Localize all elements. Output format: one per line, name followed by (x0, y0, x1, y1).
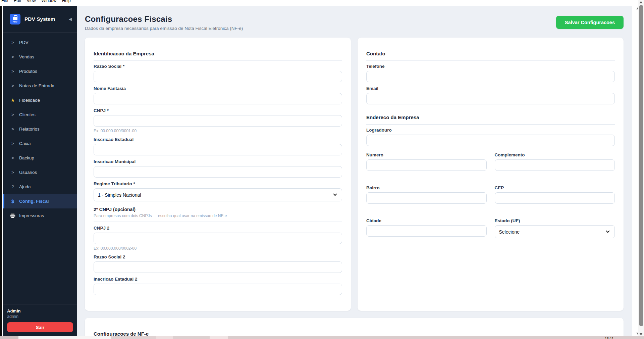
section-title-endereco: Endereco da Empresa (366, 114, 615, 125)
sidebar-item-config-fiscal[interactable]: Config. Fiscal (3, 194, 77, 208)
telefone-input[interactable] (366, 71, 615, 82)
regime-tributario-label: Regime Tributario * (94, 181, 342, 186)
sidebar-item-impressoras[interactable]: Impressoras (3, 208, 77, 223)
regime-tributario-select[interactable]: 1 - Simples Nacional (94, 188, 342, 201)
sidebar-item-relatorios[interactable]: Relatorios (3, 122, 77, 136)
cards-row: Identificacao da Empresa Razao Social * … (85, 38, 624, 311)
razao-social-input[interactable] (94, 71, 342, 82)
nome-fantasia-input[interactable] (94, 93, 342, 104)
inscricao-municipal-input[interactable] (94, 166, 342, 178)
taskbar-segment (173, 336, 210, 339)
complemento-input[interactable] (495, 159, 615, 171)
cnpj-field: CNPJ * Ex: 00.000.000/0001-00 (94, 108, 342, 133)
taskbar-segment (111, 336, 156, 339)
regime-tributario-field: Regime Tributario * 1 - Simples Nacional (94, 181, 342, 201)
inscricao-municipal-field: Inscricao Municipal (94, 159, 342, 178)
inscricao-estadual-input[interactable] (94, 144, 342, 155)
bairro-label: Bairro (366, 185, 487, 190)
chevron-right-icon (10, 54, 16, 59)
second-cnpj-subsection: 2º CNPJ (opcional) Para empresas com doi… (94, 207, 342, 222)
sidebar-item-clientes[interactable]: Clientes (3, 107, 77, 122)
cidade-input[interactable] (366, 225, 487, 237)
bairro-field: Bairro (366, 183, 487, 204)
sidebar-item-fidelidade[interactable]: Fidelidade (3, 93, 77, 107)
chevron-right-icon (10, 40, 16, 45)
sidebar-item-caixa[interactable]: Caixa (3, 136, 77, 151)
taskbar-segment (210, 336, 228, 339)
telefone-label: Telefone (366, 64, 615, 69)
nome-fantasia-label: Nome Fantasia (94, 86, 342, 91)
menu-file[interactable]: File (1, 0, 8, 4)
estado-field: Estado (UF) Selecione (495, 215, 615, 238)
app-logo: PDV (10, 14, 20, 25)
chevron-right-icon (10, 141, 16, 146)
page-title: Configuracoes Fiscais (85, 14, 624, 24)
cnpj2-field: CNPJ 2 Ex: 00.000.000/0002-00 (94, 226, 342, 251)
email-input[interactable] (366, 93, 615, 104)
sidebar-item-backup[interactable]: Backup (3, 151, 77, 165)
menu-window[interactable]: Window (42, 0, 56, 4)
menu-help[interactable]: Help (62, 0, 71, 4)
star-icon (10, 98, 16, 103)
cnpj2-hint: Ex: 00.000.000/0002-00 (94, 246, 342, 251)
sidebar-item-ajuda[interactable]: Ajuda (3, 180, 77, 194)
inscricao-estadual2-input[interactable] (94, 284, 342, 295)
taskbar-strip: 13:11 (0, 336, 644, 339)
cnpj2-label: CNPJ 2 (94, 226, 342, 231)
bairro-input[interactable] (366, 192, 487, 204)
logout-button[interactable]: Sair (7, 322, 73, 332)
complemento-field: Complemento (495, 150, 615, 171)
menu-view[interactable]: View (27, 0, 36, 4)
razao-social2-label: Razao Social 2 (94, 254, 342, 259)
save-configurations-button[interactable]: Salvar Configuracoes (556, 16, 624, 29)
numero-label: Numero (366, 152, 487, 157)
dollar-icon (10, 199, 16, 204)
email-field: Email (366, 86, 615, 104)
logo-caption: PDV (13, 21, 17, 23)
taskbar-segment (18, 336, 111, 339)
company-identification-card: Identificacao da Empresa Razao Social * … (85, 38, 351, 311)
nome-fantasia-field: Nome Fantasia (94, 86, 342, 104)
estado-label: Estado (UF) (495, 218, 615, 223)
cnpj2-input[interactable] (94, 233, 342, 244)
logradouro-input[interactable] (366, 135, 615, 146)
app-window: PDV PDV System PDV Vendas Produtos Notas… (0, 6, 644, 336)
window-scrollbar-thumb[interactable] (639, 5, 643, 326)
sidebar-item-notas-de-entrada[interactable]: Notas de Entrada (3, 79, 77, 93)
cnpj-hint: Ex: 00.000.000/0001-00 (94, 129, 342, 133)
cep-input[interactable] (495, 192, 615, 204)
section-title-identificacao: Identificacao da Empresa (94, 51, 342, 61)
sidebar-item-produtos[interactable]: Produtos (3, 64, 77, 79)
cidade-label: Cidade (366, 218, 487, 223)
taskbar-clock: 13:11 (605, 337, 614, 339)
razao-social2-input[interactable] (94, 261, 342, 273)
scroll-down-icon[interactable] (639, 333, 643, 335)
os-menubar: File Edit View Window Help (0, 0, 638, 6)
menu-edit[interactable]: Edit (14, 0, 21, 4)
section-title-contato: Contato (366, 51, 615, 61)
chevron-right-icon (10, 69, 16, 74)
window-scrollbar[interactable] (638, 0, 644, 336)
chevron-down-icon (606, 229, 609, 233)
chevron-right-icon (10, 83, 16, 88)
inscricao-estadual2-field: Inscricao Estadual 2 (94, 277, 342, 295)
numero-field: Numero (366, 150, 487, 171)
scroll-up-icon[interactable] (639, 1, 643, 3)
taskbar-segment (156, 336, 173, 339)
inscricao-municipal-label: Inscricao Municipal (94, 159, 342, 164)
razao-social2-field: Razao Social 2 (94, 254, 342, 273)
sidebar-item-pdv[interactable]: PDV (3, 35, 77, 50)
numero-input[interactable] (366, 159, 487, 171)
razao-social-label: Razao Social * (94, 64, 342, 69)
estado-select[interactable]: Selecione (495, 225, 615, 238)
cidade-field: Cidade (366, 215, 487, 238)
second-cnpj-description: Para empresas com dois CNPJs — escolha q… (94, 213, 342, 218)
sidebar-item-usuarios[interactable]: Usuarios (3, 165, 77, 180)
inscricao-estadual2-label: Inscricao Estadual 2 (94, 277, 342, 282)
sidebar-item-vendas[interactable]: Vendas (3, 50, 77, 64)
logradouro-label: Logradouro (366, 128, 615, 133)
cnpj-input[interactable] (94, 115, 342, 127)
collapse-left-icon[interactable] (69, 17, 72, 21)
question-icon (10, 184, 16, 189)
sidebar-header: PDV PDV System (3, 6, 77, 33)
